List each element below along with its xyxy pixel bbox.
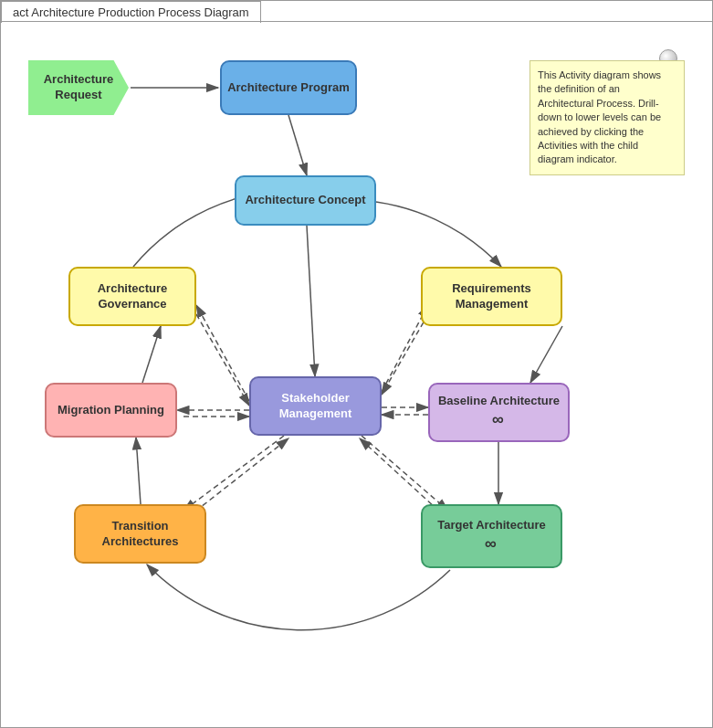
node-target[interactable]: Target Architecture∞ [421,504,562,568]
svg-line-18 [183,436,284,511]
baseline-label: Baseline Architecture∞ [438,394,560,430]
svg-line-4 [288,115,307,175]
baseline-icon: ∞ [492,410,506,428]
node-stakeholder[interactable]: StakeholderManagement [249,376,382,436]
svg-line-10 [196,305,249,401]
arch-request-label: Architecture Request [28,72,129,103]
stakeholder-label: StakeholderManagement [279,391,351,422]
svg-line-11 [196,314,249,406]
transition-label: TransitionArchitectures [102,519,179,550]
svg-line-9 [142,326,161,383]
svg-line-6 [530,326,562,383]
node-arch-concept[interactable]: Architecture Concept [235,175,376,226]
svg-line-20 [362,436,448,511]
diagram-container: act Architecture Production Process Diag… [0,0,713,728]
svg-line-8 [136,438,141,504]
node-migration[interactable]: Migration Planning [45,383,177,438]
target-label: Target Architecture∞ [437,518,545,554]
arch-governance-label: ArchitectureGovernance [98,281,168,312]
arch-concept-label: Architecture Concept [245,193,365,208]
svg-line-5 [307,226,315,376]
arch-program-label: Architecture Program [227,80,350,96]
node-arch-governance[interactable]: ArchitectureGovernance [68,267,196,326]
note-box: This Activity diagram shows the definiti… [530,60,685,175]
migration-label: Migration Planning [58,403,164,418]
note-text: This Activity diagram shows the definiti… [538,69,661,164]
diagram-area: Architecture Request Architecture Progra… [1,21,712,727]
requirements-label: RequirementsManagement [452,281,531,312]
diagram-title: act Architecture Production Process Diag… [1,1,261,23]
svg-line-19 [188,438,288,517]
node-arch-program[interactable]: Architecture Program [220,60,357,115]
node-transition[interactable]: TransitionArchitectures [74,504,206,564]
node-requirements[interactable]: RequirementsManagement [421,267,562,326]
svg-line-13 [382,314,428,395]
node-baseline[interactable]: Baseline Architecture∞ [428,383,570,442]
node-arch-request[interactable]: Architecture Request [28,60,129,115]
target-icon: ∞ [485,534,498,553]
